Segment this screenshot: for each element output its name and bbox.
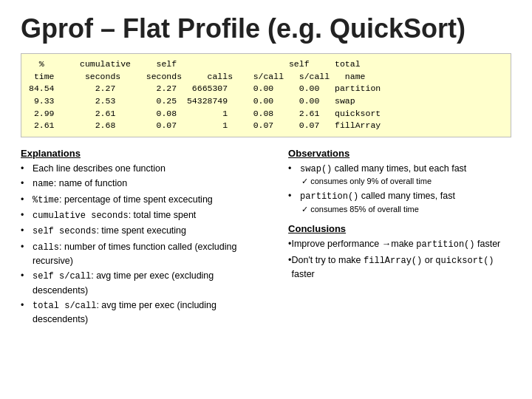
bullet-icon: • bbox=[21, 177, 31, 190]
list-item: • calls: number of times function called… bbox=[21, 240, 266, 268]
list-item: • total s/call: avg time per exec (inclu… bbox=[21, 299, 266, 327]
columns-section: Explanations • Each line describes one f… bbox=[21, 148, 511, 327]
bullet-icon: • bbox=[21, 193, 31, 206]
explanations-column: Explanations • Each line describes one f… bbox=[21, 148, 266, 327]
explanations-list: • Each line describes one function • nam… bbox=[21, 162, 266, 326]
explanations-heading: Explanations bbox=[21, 148, 266, 159]
observation-item-1: • swap() called many times, but each fas… bbox=[288, 162, 511, 188]
list-item: • self s/call: avg time per exec (exclud… bbox=[21, 269, 266, 297]
list-item: • self seconds: time spent executing bbox=[21, 224, 266, 238]
list-item: • cumulative seconds: total time spent bbox=[21, 208, 266, 222]
bullet-icon: • bbox=[21, 208, 31, 222]
list-item: • %time: percentage of time spent excecu… bbox=[21, 193, 266, 207]
list-item: • Each line describes one function bbox=[21, 162, 266, 175]
conclusion-item-2: • Don't try to make fillArray() or quick… bbox=[288, 253, 511, 282]
conclusions-section: Conclusions • Improve performance →make … bbox=[288, 223, 511, 282]
bullet-icon: • bbox=[288, 162, 299, 175]
table-content: % cumulative self self total time second… bbox=[29, 58, 503, 132]
conclusions-list: • Improve performance →make partition() … bbox=[288, 237, 511, 282]
page-title: Gprof – Flat Profile (e.g. QuickSort) bbox=[21, 13, 511, 44]
observations-heading: Observations bbox=[288, 148, 511, 159]
right-column: Observations • swap() called many times,… bbox=[288, 148, 511, 327]
bullet-icon: • bbox=[21, 299, 31, 312]
list-item: • name: name of function bbox=[21, 177, 266, 191]
observations-list: • swap() called many times, but each fas… bbox=[288, 162, 511, 216]
conclusions-heading: Conclusions bbox=[288, 223, 511, 234]
page: Gprof – Flat Profile (e.g. QuickSort) % … bbox=[0, 0, 532, 341]
bullet-icon: • bbox=[21, 224, 31, 237]
bullet-icon: • bbox=[21, 162, 31, 175]
profile-table: % cumulative self self total time second… bbox=[21, 53, 511, 137]
bullet-icon: • bbox=[21, 240, 31, 253]
bullet-icon: • bbox=[288, 189, 299, 202]
conclusion-item-1: • Improve performance →make partition() … bbox=[288, 237, 511, 251]
bullet-icon: • bbox=[21, 269, 31, 282]
observation-item-2: • partition() called many times, fast ✓ … bbox=[288, 189, 511, 215]
